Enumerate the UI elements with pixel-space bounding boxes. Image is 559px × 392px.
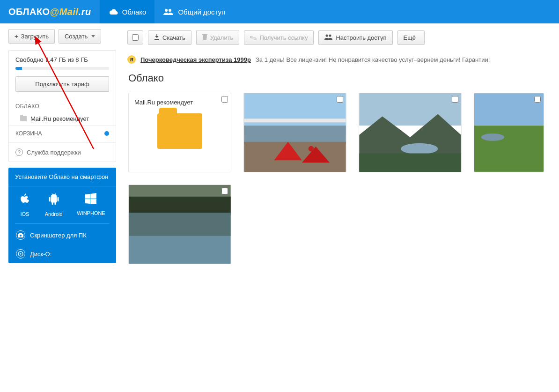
apple-icon [19, 193, 30, 208]
get-link-button[interactable]: Получить ссылку [244, 30, 314, 45]
card-checkbox[interactable] [452, 96, 458, 103]
image-thumb [129, 185, 231, 264]
trash-label: КОРЗИНА [15, 130, 42, 137]
ad-link-text[interactable]: Почерковедческая экспертиза 1999р [140, 56, 251, 63]
card-checkbox[interactable] [221, 96, 228, 103]
logo-ru-text: .ru [79, 7, 91, 17]
folder-big-icon [157, 113, 202, 149]
select-all-checkbox[interactable] [127, 30, 143, 44]
get-link-label: Получить ссылку [259, 34, 308, 41]
promo-panel: Установите Облако на смартфон iOS Androi… [8, 168, 116, 263]
tree-item-label: Mail.Ru рекомендует [30, 115, 89, 122]
grid-image-card[interactable] [359, 93, 462, 172]
users-icon [163, 8, 174, 15]
caret-down-icon [91, 35, 95, 37]
card-checkbox[interactable] [337, 96, 343, 103]
plan-button[interactable]: Подключить тариф [15, 76, 109, 92]
app-winphone-label: WINPHONE [77, 210, 105, 216]
card-checkbox[interactable] [221, 188, 228, 194]
upload-button[interactable]: + Загрузить [8, 29, 55, 44]
create-button[interactable]: Создать [59, 29, 101, 44]
svg-point-23 [481, 133, 504, 141]
app-header: ОБЛАКО @ Mail .ru Облако Общий доступ [0, 0, 559, 23]
windows-icon [77, 193, 105, 207]
app-ios-label: iOS [21, 211, 29, 217]
notification-dot-icon [104, 131, 109, 136]
sidebar-item-recommends[interactable]: Mail.Ru рекомендует [9, 112, 116, 125]
tab-cloud-label: Облако [122, 8, 147, 16]
svg-rect-27 [129, 213, 230, 236]
app-android-label: Android [45, 211, 63, 217]
help-icon: ? [15, 148, 23, 156]
toolbar: Скачать Удалить Получить ссылку Настроит… [122, 29, 559, 51]
svg-point-1 [169, 9, 171, 12]
svg-rect-20 [359, 153, 461, 172]
app-ios[interactable]: iOS [19, 193, 30, 217]
logo-cloud-text: ОБЛАКО [8, 7, 50, 17]
card-checkbox[interactable] [534, 96, 541, 103]
share-button[interactable]: Настроить доступ [318, 30, 392, 45]
svg-point-19 [401, 143, 438, 155]
storage-progress-fill [15, 67, 22, 70]
camera-icon [16, 230, 25, 240]
main-content: Скачать Удалить Получить ссылку Настроит… [122, 23, 559, 274]
tab-cloud[interactable]: Облако [100, 0, 155, 23]
download-button[interactable]: Скачать [148, 30, 191, 45]
ad-banner[interactable]: я Почерковедческая экспертиза 1999р За 1… [122, 51, 559, 68]
screenshoter-label: Скриншотер для ПК [30, 232, 87, 239]
grid-image-card[interactable] [474, 93, 544, 172]
grid-image-card[interactable] [128, 185, 231, 264]
svg-rect-12 [244, 126, 346, 144]
tab-shared-label: Общий доступ [178, 8, 225, 16]
share-label: Настроить доступ [336, 34, 386, 41]
share-users-icon [324, 34, 333, 41]
ad-badge-icon: я [127, 55, 136, 64]
folder-card-label: Mail.Ru рекомендует [134, 99, 225, 106]
svg-rect-25 [129, 197, 230, 215]
at-icon: @ [50, 7, 59, 17]
download-icon [154, 34, 160, 41]
upload-label: Загрузить [21, 33, 49, 40]
svg-point-8 [326, 34, 328, 37]
screenshoter-link[interactable]: Скриншотер для ПК [8, 226, 116, 244]
top-tabs: Облако Общий доступ [100, 0, 234, 23]
disk-icon [16, 249, 25, 259]
ad-text: За 1 день! Все лицензии! Не понравится к… [256, 56, 490, 63]
svg-point-9 [329, 34, 331, 37]
page-title: Облако [122, 68, 559, 93]
app-android[interactable]: Android [45, 193, 63, 217]
trash-section[interactable]: КОРЗИНА [9, 125, 116, 142]
logo[interactable]: ОБЛАКО @ Mail .ru [0, 7, 100, 17]
android-icon [45, 193, 63, 208]
cloud-section-title: ОБЛАКО [9, 98, 116, 112]
tab-shared[interactable]: Общий доступ [154, 0, 234, 23]
divider [15, 223, 110, 224]
storage-progress [15, 67, 109, 70]
more-label: Ещё [404, 34, 416, 41]
select-all-input[interactable] [132, 34, 139, 41]
app-winphone[interactable]: WINPHONE [77, 193, 105, 217]
support-link[interactable]: ? Служба поддержки [9, 142, 116, 162]
delete-button[interactable]: Удалить [196, 30, 240, 45]
image-thumb [359, 93, 461, 172]
svg-point-0 [165, 9, 168, 12]
sidebar: + Загрузить Создать Свободно 7.47 ГБ из … [0, 23, 122, 274]
disko-link[interactable]: Диск-О: [8, 244, 116, 263]
disko-label: Диск-О: [30, 251, 51, 258]
grid-image-card[interactable] [243, 93, 346, 172]
delete-label: Удалить [210, 34, 234, 41]
create-label: Создать [65, 33, 88, 40]
svg-point-4 [20, 235, 22, 237]
file-grid: Mail.Ru рекомендует [122, 93, 559, 264]
svg-rect-3 [19, 233, 22, 234]
cloud-icon [108, 8, 118, 15]
svg-rect-21 [474, 93, 544, 126]
folder-icon [20, 116, 27, 121]
svg-point-6 [20, 253, 22, 255]
more-button[interactable]: Ещё [397, 30, 425, 45]
svg-rect-7 [154, 39, 159, 40]
svg-point-16 [309, 146, 314, 152]
logo-mail-text: Mail [59, 7, 79, 17]
grid-folder-card[interactable]: Mail.Ru рекомендует [128, 93, 231, 172]
svg-rect-22 [474, 126, 544, 172]
